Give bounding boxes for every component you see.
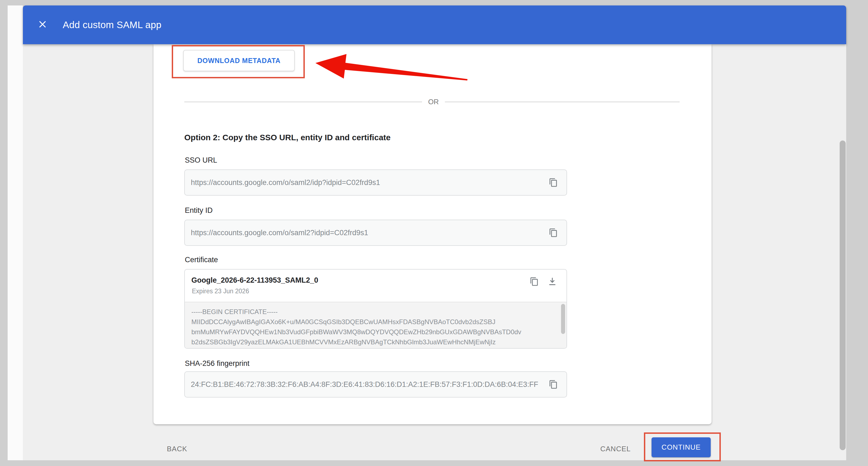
background-page-edge [8,5,23,460]
continue-button[interactable]: CONTINUE [652,437,711,457]
option2-heading: Option 2: Copy the SSO URL, entity ID an… [184,133,391,142]
certificate-card: Google_2026-6-22-113953_SAML2_0 Expires … [184,269,567,349]
entity-id-value: https://accounts.google.com/o/saml2?idpi… [191,229,548,237]
divider-label: OR [422,98,445,106]
fingerprint-value: 24:FC:B1:BE:46:72:78:3B:32:F6:AB:A4:8F:3… [191,380,548,389]
dialog-appbar: Add custom SAML app [23,5,846,44]
screen: Add custom SAML app DOWNLOAD METADATA OR… [0,0,868,466]
copy-icon [549,228,558,237]
certificate-line: MIIDdDCCAlygAwIBAgIGAXo6K+u/MA0GCSqGSIb3… [191,317,550,327]
copy-icon [549,178,558,187]
sso-url-value: https://accounts.google.com/o/saml2/idp?… [191,178,548,187]
certificate-line: b2dsZSBGb3IgV29yazELMAkGA1UEBhMCVVMxEzAR… [191,337,550,347]
fingerprint-copy-button[interactable] [548,378,559,390]
copy-icon [549,380,558,389]
fingerprint-label: SHA-256 fingerprint [185,359,249,368]
certificate-copy-button[interactable] [528,275,540,288]
certificate-text-area[interactable]: -----BEGIN CERTIFICATE----- MIIDdDCCAlyg… [185,302,566,349]
certificate-header: Google_2026-6-22-113953_SAML2_0 Expires … [185,269,566,302]
sso-copy-button[interactable] [548,177,559,188]
copy-icon [530,277,539,286]
close-button[interactable] [34,17,51,33]
entity-copy-button[interactable] [548,227,559,239]
divider-line-right [445,101,680,102]
cancel-button[interactable]: CANCEL [600,445,630,453]
divider-line-left [184,101,422,102]
dialog-title: Add custom SAML app [63,19,161,30]
back-button[interactable]: BACK [167,445,187,453]
download-metadata-button[interactable]: DOWNLOAD METADATA [183,50,295,71]
fingerprint-field: 24:FC:B1:BE:46:72:78:3B:32:F6:AB:A4:8F:3… [184,371,567,398]
close-icon [38,20,47,30]
sso-url-field: https://accounts.google.com/o/saml2/idp?… [184,169,567,196]
certificate-label: Certificate [185,256,218,264]
certificate-line: bmMuMRYwFAYDVQQHEw1Nb3VudGFpbiBWaWV3MQ8w… [191,327,550,337]
entity-id-label: Entity ID [185,206,213,215]
certificate-download-button[interactable] [546,275,558,288]
sso-url-label: SSO URL [185,156,217,165]
certificate-name: Google_2026-6-22-113953_SAML2_0 [191,276,318,285]
download-icon [548,277,557,286]
certificate-scrollbar[interactable] [561,304,565,334]
certificate-expiry: Expires 23 Jun 2026 [192,288,249,295]
entity-id-field: https://accounts.google.com/o/saml2?idpi… [184,220,567,246]
page-scrollbar[interactable] [840,141,846,450]
certificate-line: -----BEGIN CERTIFICATE----- [191,307,550,317]
